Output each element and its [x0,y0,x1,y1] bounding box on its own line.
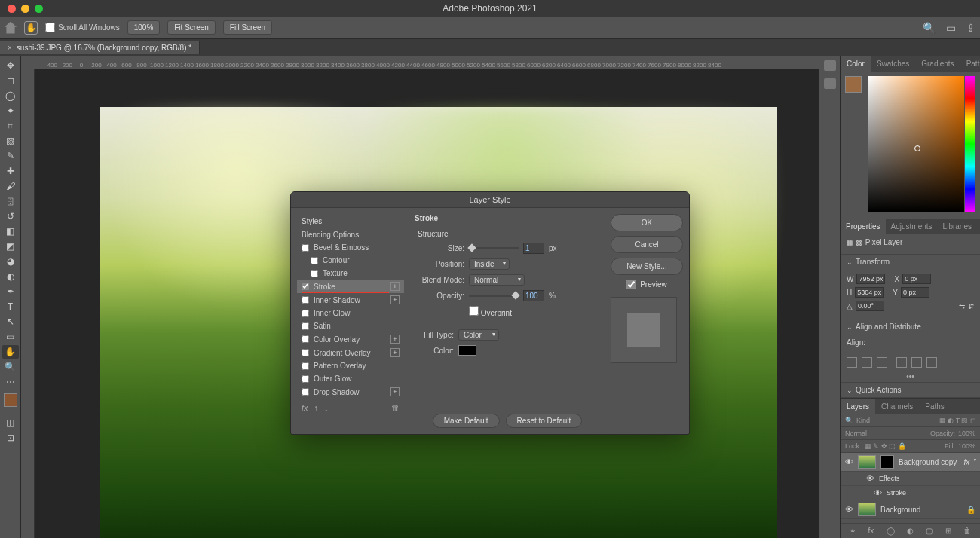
more-icon[interactable]: ••• [841,371,980,382]
style-item-drop-shadow[interactable]: Drop Shadow+ [297,385,404,399]
filter-kind[interactable]: Kind [856,417,870,424]
close-tab-icon[interactable]: × [8,44,12,52]
layer-name[interactable]: Background copy [899,458,957,466]
tab-properties[interactable]: Properties [841,219,886,234]
add-effect-icon[interactable]: + [390,295,400,304]
group-icon[interactable]: ▢ [926,527,933,535]
preview-checkbox[interactable] [626,280,636,289]
shape-tool-icon[interactable]: ▭ [2,330,19,344]
hue-slider[interactable] [965,76,975,212]
style-item-inner-glow[interactable]: Inner Glow [297,307,404,319]
styles-heading[interactable]: Styles [297,214,404,228]
style-item-inner-shadow[interactable]: Inner Shadow+ [297,293,404,307]
tab-paths[interactable]: Paths [919,399,951,414]
panel-icon[interactable] [824,78,836,89]
style-item-bevel-emboss[interactable]: Bevel & Emboss [297,241,404,254]
blur-tool-icon[interactable]: ◕ [2,255,19,268]
angle-input[interactable] [856,301,884,311]
home-icon[interactable] [5,22,17,34]
style-item-stroke[interactable]: Stroke+ [297,280,404,293]
effect-checkbox[interactable] [302,349,309,356]
opacity-input[interactable] [523,290,544,301]
align-top-icon[interactable] [896,357,907,368]
fx-down-icon[interactable]: ↓ [324,403,329,412]
stroke-effect-row[interactable]: 👁Stroke [841,486,980,500]
layer-thumbnail[interactable] [858,455,876,469]
opacity-slider[interactable] [469,295,519,297]
y-input[interactable] [901,287,929,298]
add-effect-icon[interactable]: + [390,348,400,357]
path-tool-icon[interactable]: ↖ [2,315,19,329]
tab-layers[interactable]: Layers [841,399,875,414]
effect-checkbox[interactable] [311,270,318,277]
align-bottom-icon[interactable] [926,357,937,368]
style-item-texture[interactable]: Texture [297,267,404,280]
fx-badge[interactable]: fx ˅ [963,458,975,466]
align-vcenter-icon[interactable] [911,357,922,368]
eraser-tool-icon[interactable]: ◧ [2,225,19,238]
effect-checkbox[interactable] [302,283,309,290]
stroke-color-swatch[interactable] [458,345,476,356]
opacity-value[interactable]: 100% [958,429,975,437]
search-icon[interactable]: 🔍 [923,22,936,34]
width-input[interactable] [856,274,885,284]
size-input[interactable] [523,243,544,254]
add-effect-icon[interactable]: + [390,387,400,396]
size-slider[interactable] [469,247,519,249]
wand-tool-icon[interactable]: ✦ [2,104,19,118]
tab-channels[interactable]: Channels [875,399,919,414]
workspace-icon[interactable]: ▭ [946,22,956,34]
blend-mode-select[interactable]: Normal [845,429,867,437]
cancel-button[interactable]: Cancel [611,236,683,253]
lasso-tool-icon[interactable]: ◯ [2,89,19,102]
style-item-outer-glow[interactable]: Outer Glow [297,372,404,385]
brush-tool-icon[interactable]: 🖌 [2,179,19,193]
link-layers-icon[interactable]: ⚭ [850,527,856,535]
position-select[interactable]: Inside [469,258,510,270]
tab-color[interactable]: Color [841,56,871,72]
layer-name[interactable]: Background [880,506,920,514]
effect-checkbox[interactable] [302,310,309,317]
fill-type-select[interactable]: Color [458,329,499,341]
effect-checkbox[interactable] [302,244,309,252]
fx-icon[interactable]: fx [868,527,874,535]
reset-default-button[interactable]: Reset to Default [506,414,583,428]
style-item-color-overlay[interactable]: Color Overlay+ [297,332,404,346]
mask-icon[interactable]: ◯ [887,527,895,535]
flip-v-icon[interactable]: ⇵ [968,302,974,310]
tab-swatches[interactable]: Swatches [871,56,915,72]
tab-gradients[interactable]: Gradients [915,56,960,72]
tab-libraries[interactable]: Libraries [938,219,977,234]
effect-checkbox[interactable] [302,296,309,304]
frame-tool-icon[interactable]: ▧ [2,134,19,148]
panel-icon[interactable] [824,60,836,71]
effect-checkbox[interactable] [302,362,309,370]
quickmask-icon[interactable]: ◫ [2,416,19,429]
quick-actions-section[interactable]: ⌄Quick Actions [841,382,980,398]
effect-checkbox[interactable] [302,335,309,343]
pen-tool-icon[interactable]: ✒ [2,285,19,298]
eyedropper-tool-icon[interactable]: ✎ [2,149,19,163]
adjustment-icon[interactable]: ◐ [907,527,914,535]
align-right-icon[interactable] [877,357,887,368]
gradient-tool-icon[interactable]: ◩ [2,240,19,253]
fg-swatch[interactable] [845,76,862,93]
zoom-tool-icon[interactable]: 🔍 [2,360,19,374]
flip-h-icon[interactable]: ⇋ [959,302,965,310]
overprint-checkbox[interactable]: Overprint [469,306,512,317]
transform-section[interactable]: ⌄Transform [841,254,980,269]
x-input[interactable] [902,274,931,284]
align-left-icon[interactable] [847,357,857,368]
effect-checkbox[interactable] [302,322,309,330]
align-hcenter-icon[interactable] [862,357,872,368]
screenmode-icon[interactable]: ⊡ [2,431,19,445]
visibility-icon[interactable]: 👁 [845,505,853,514]
effects-row[interactable]: 👁Effects [841,472,980,486]
layer-row[interactable]: 👁 Background copy fx ˅ [841,453,980,472]
tab-adjustments[interactable]: Adjustments [886,219,938,234]
type-tool-icon[interactable]: T [2,300,19,313]
new-style-button[interactable]: New Style... [611,258,683,275]
heal-tool-icon[interactable]: ✚ [2,164,19,178]
hand-tool-icon[interactable]: ✋ [2,345,19,359]
new-layer-icon[interactable]: ⊞ [945,527,951,535]
